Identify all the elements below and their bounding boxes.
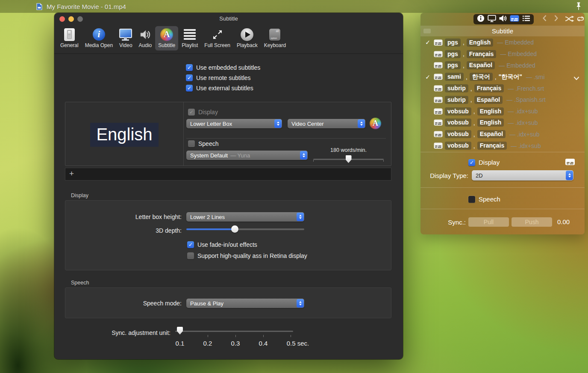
sync-push-button[interactable]: Push [512, 217, 552, 227]
separator: , [473, 108, 475, 115]
codec-badge: sami [445, 73, 464, 81]
add-style-button[interactable]: + [65, 169, 74, 179]
stepper-icon [297, 299, 304, 308]
preferences-window: Subtitle General Media Open Video Audio … [54, 13, 403, 359]
divider [420, 187, 585, 188]
window-title: Subtitle [54, 15, 403, 22]
3d-depth-label: 3D depth: [65, 227, 182, 234]
tab-media-open[interactable]: Media Open [82, 26, 116, 50]
speech-mode-label: Speech mode: [65, 300, 182, 307]
subtitle-sample-text[interactable]: English [90, 123, 159, 147]
tab-audio[interactable]: Audio [136, 26, 155, 50]
subtitle-track-icon [434, 51, 443, 57]
codec-badge: subrip [445, 96, 468, 104]
track-row[interactable]: vobsub , Français — .idx+sub [422, 140, 583, 151]
tab-video[interactable]: Video [116, 26, 135, 50]
track-row[interactable]: pgs , Español — Embedded [422, 60, 583, 71]
retina-ass-checkbox[interactable]: Support high-quality ass in Retina displ… [187, 252, 307, 259]
media-open-icon [93, 28, 105, 41]
letterbox-height-dropdown[interactable]: Lower 2 Lines [186, 212, 304, 222]
3d-depth-slider[interactable] [186, 225, 304, 233]
audio-volume-icon[interactable] [499, 15, 507, 24]
track-row[interactable]: subrip , Español — .Spanish.srt [422, 94, 583, 106]
use-external-subtitles-checkbox[interactable]: Use external subtitles [186, 85, 260, 92]
info-icon[interactable] [477, 15, 485, 24]
display-type-dropdown[interactable]: 2D [472, 170, 573, 181]
alignment-dropdown[interactable]: Video Center [288, 119, 365, 128]
stepper-icon [297, 213, 304, 221]
preview-speech-checkbox[interactable]: Speech [188, 140, 218, 147]
tab-playback[interactable]: Playback [234, 26, 261, 50]
shuffle-icon[interactable] [565, 15, 574, 24]
separator: , [470, 85, 472, 92]
track-row[interactable]: ✓ pgs , English — Embedded [422, 37, 583, 48]
separator: , [495, 74, 497, 80]
previous-track-icon[interactable] [542, 15, 547, 24]
panel-drag-handle[interactable] [423, 29, 431, 33]
panel-speech-checkbox[interactable]: Speech [468, 195, 500, 203]
language-badge: Español [477, 130, 506, 138]
slider-thumb[interactable] [231, 225, 238, 233]
track-row[interactable]: vobsub , English — .idx+sub [422, 117, 583, 129]
language-badge: Français [467, 50, 497, 58]
tab-full-screen[interactable]: Full Screen [201, 26, 233, 50]
fade-effects-checkbox[interactable]: Use fade-in/out effects [187, 241, 257, 248]
chevron-down-icon[interactable] [573, 75, 579, 82]
subtitle-track-icon [434, 85, 443, 92]
separator: , [463, 50, 465, 57]
sync-adjustment-unit-slider[interactable]: 0.1 0.2 0.3 0.4 0.5 sec. [175, 326, 293, 349]
display-device-icon[interactable] [488, 15, 496, 24]
text-color-icon[interactable] [370, 118, 381, 129]
subtitle-track-icon [434, 39, 443, 46]
preview-display-checkbox[interactable]: Display [188, 109, 218, 115]
language-badge: Español [467, 61, 495, 69]
slider-thumb[interactable] [177, 327, 183, 335]
preferences-titlebar[interactable]: Subtitle [54, 13, 403, 25]
speech-rate-label: 180 words/min. [313, 147, 384, 153]
track-source: — .idx+sub [511, 142, 541, 149]
subtitle-panel-icon-active[interactable] [510, 15, 519, 24]
next-track-icon[interactable] [554, 15, 559, 24]
use-remote-subtitles-checkbox[interactable]: Use remote subtitles [186, 74, 260, 81]
general-icon [64, 28, 75, 41]
stepper-icon [300, 151, 307, 160]
tab-subtitle[interactable]: Subtitle [155, 26, 178, 50]
position-dropdown[interactable]: Lower Letter Box [186, 119, 282, 128]
tab-playlist[interactable]: Playlist [179, 26, 201, 50]
style-list-bar: + [65, 168, 391, 181]
repeat-icon[interactable] [576, 15, 585, 24]
tick-label: 0.4 [259, 340, 268, 347]
subtitle-display-icon[interactable] [565, 158, 575, 167]
full-screen-icon [211, 28, 224, 41]
speech-mode-dropdown[interactable]: Pause & Play [186, 299, 304, 308]
track-source: — Embedded [497, 39, 534, 46]
subtitle-tab-icon [160, 28, 173, 41]
voice-dropdown[interactable]: System Default — Yuna [186, 151, 308, 160]
track-source: — .idx+sub [508, 108, 538, 115]
panel-title: Subtitle [492, 27, 513, 35]
tick-label: 0.5 sec. [287, 340, 309, 347]
sync-pull-button[interactable]: Pull [468, 217, 509, 227]
tab-keyboard[interactable]: Keyboard [261, 26, 289, 50]
display-section-label: Display [71, 192, 88, 198]
player-titlebar[interactable]: My Favorite Movie - 01.mp4 [0, 0, 588, 13]
language-badge: Español [474, 96, 503, 104]
checkbox-checked-icon [186, 85, 193, 92]
speech-rate-slider[interactable] [313, 155, 384, 164]
preferences-toolbar: General Media Open Video Audio Subtitle … [54, 25, 403, 54]
slider-thumb[interactable] [346, 155, 352, 163]
track-title: "한국어" [499, 73, 522, 81]
pin-icon[interactable] [575, 2, 582, 12]
tick-label: 0.2 [203, 340, 212, 347]
playlist-panel-icon[interactable] [522, 15, 530, 24]
movie-title: My Favorite Movie - 01.mp4 [47, 3, 126, 10]
use-embedded-subtitles-checkbox[interactable]: Use embedded subtitles [186, 64, 260, 71]
track-row[interactable]: subrip , Français — .French.srt [422, 83, 583, 94]
track-row[interactable]: ✓ sami , 한국어 , "한국어" — .smi [422, 71, 583, 83]
panel-display-checkbox[interactable]: Display [468, 159, 500, 166]
track-row[interactable]: pgs , Français — Embedded [422, 48, 583, 60]
track-row[interactable]: vobsub , Español — .idx+sub [422, 128, 583, 140]
separator: , [473, 119, 475, 126]
tab-general[interactable]: General [57, 26, 82, 50]
track-row[interactable]: vobsub , English — .idx+sub [422, 106, 583, 117]
